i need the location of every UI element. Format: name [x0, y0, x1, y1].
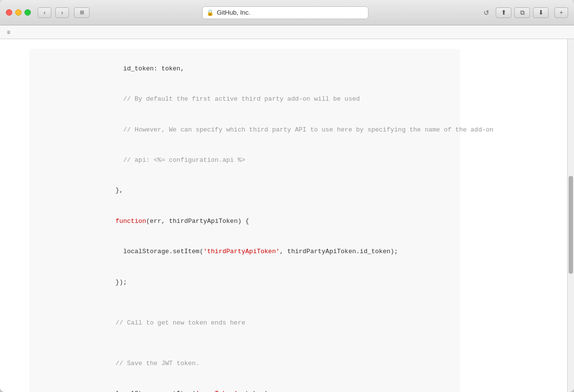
new-tab-icon: + — [559, 9, 563, 16]
main-content: id_token: token, // By default the first… — [0, 39, 574, 392]
tab-list-icon[interactable]: ≡ — [4, 28, 13, 37]
share-button[interactable]: ⬆ — [496, 7, 511, 18]
code-line-11: localStorage.setItem('userToken', token)… — [29, 379, 460, 392]
close-button[interactable] — [6, 9, 12, 16]
code-line-7: localStorage.setItem('thirdPartyApiToken… — [29, 237, 460, 267]
content-area[interactable]: id_token: token, // By default the first… — [0, 39, 567, 392]
code-line-5: }, — [29, 176, 460, 206]
reload-icon: ↺ — [483, 9, 489, 17]
title-bar: ‹ › ⊞ 🔒 GitHub, Inc. ↺ ⬆ ⧉ ⬇ — [0, 0, 574, 25]
back-button[interactable]: ‹ — [38, 7, 51, 18]
scrollbar-thumb[interactable] — [569, 176, 573, 274]
minimize-button[interactable] — [15, 9, 22, 16]
code-line-9: // Call to get new token ends here — [29, 308, 460, 338]
code-line-8: }); — [29, 267, 460, 298]
scrollbar[interactable] — [567, 39, 574, 392]
download-icon: ⬇ — [538, 9, 544, 16]
tab-overview-icon: ⧉ — [520, 9, 525, 17]
forward-icon: › — [61, 9, 63, 16]
url-text: GitHub, Inc. — [217, 9, 251, 16]
code-line-3: // However, We can specify which third p… — [29, 115, 460, 145]
code-line-4: // api: <%= configuration.api %> — [29, 145, 460, 175]
browser-window: ‹ › ⊞ 🔒 GitHub, Inc. ↺ ⬆ ⧉ ⬇ — [0, 0, 574, 392]
page-content: id_token: token, // By default the first… — [0, 39, 489, 392]
tab-bar: ≡ — [0, 25, 574, 39]
address-bar-area: 🔒 GitHub, Inc. — [93, 6, 477, 19]
sidebar-button[interactable]: ⊞ — [74, 7, 90, 18]
share-icon: ⬆ — [501, 9, 506, 16]
lock-icon: 🔒 — [207, 9, 214, 16]
new-tab-button[interactable]: + — [554, 7, 568, 18]
back-icon: ‹ — [44, 9, 46, 16]
address-bar[interactable]: 🔒 GitHub, Inc. — [202, 6, 368, 19]
download-button[interactable]: ⬇ — [533, 7, 549, 18]
maximize-button[interactable] — [24, 9, 31, 16]
code-line-2: // By default the first active third par… — [29, 84, 460, 114]
code-line-6: function(err, thirdPartyApiToken) { — [29, 206, 460, 237]
forward-button[interactable]: › — [55, 7, 69, 18]
code-line-blank-2 — [29, 338, 460, 348]
sidebar-icon: ⊞ — [80, 9, 84, 16]
code-line-1: id_token: token, — [29, 54, 460, 84]
code-line-10: // Save the JWT token. — [29, 348, 460, 379]
right-controls: ⬆ ⧉ ⬇ — [496, 7, 549, 18]
tab-overview-button[interactable]: ⧉ — [514, 7, 530, 18]
reload-button[interactable]: ↺ — [481, 7, 492, 18]
code-line-blank-1 — [29, 298, 460, 308]
code-block-top: id_token: token, // By default the first… — [29, 49, 460, 392]
traffic-lights — [6, 9, 31, 16]
